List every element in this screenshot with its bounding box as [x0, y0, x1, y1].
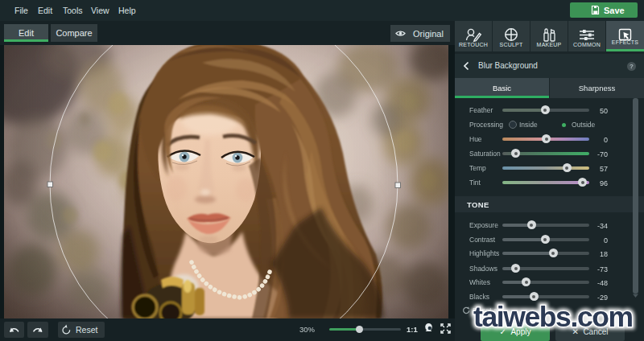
svg-text:Reset: Reset: [76, 325, 98, 335]
svg-text:Original: Original: [413, 29, 444, 39]
svg-text:Save: Save: [604, 6, 625, 15]
